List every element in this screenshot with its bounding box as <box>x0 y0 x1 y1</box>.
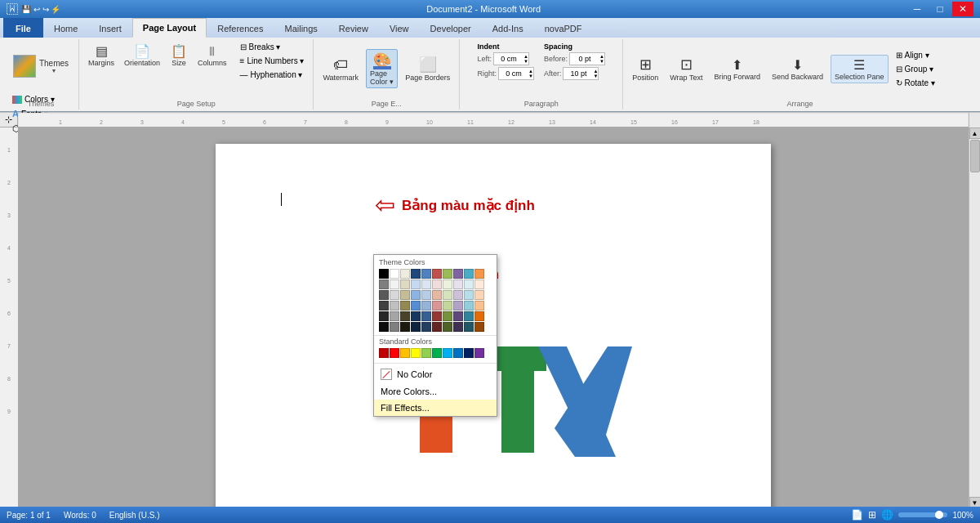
cs-r4-4[interactable] <box>411 301 421 311</box>
zoom-slider[interactable] <box>898 512 947 517</box>
cs-r5-4[interactable] <box>411 311 421 321</box>
cs-r5-7[interactable] <box>443 311 452 321</box>
watermark-button[interactable]: 🏷 Watermark <box>318 54 363 84</box>
cs-r2-8[interactable] <box>453 279 463 289</box>
cs-r3-5[interactable] <box>421 290 431 300</box>
selection-pane-button[interactable]: ☰ Selection Pane <box>831 55 889 83</box>
cs-r2-10[interactable] <box>474 279 484 289</box>
color-swatch-teal[interactable] <box>464 269 474 279</box>
cs-r5-6[interactable] <box>432 311 442 321</box>
cs-r6-8[interactable] <box>453 322 463 332</box>
std-cs-7[interactable] <box>443 348 452 358</box>
rotate-button[interactable]: ↻ Rotate ▾ <box>892 77 939 89</box>
send-backward-button[interactable]: ⬇ Send Backward <box>768 55 827 83</box>
cs-r2-1[interactable] <box>379 279 389 289</box>
color-swatch-green[interactable] <box>443 269 452 279</box>
cs-r5-10[interactable] <box>474 311 484 321</box>
spacing-before-down[interactable]: ▼ <box>599 59 604 64</box>
std-cs-3[interactable] <box>400 348 410 358</box>
fill-effects-menu-item[interactable]: Fill Effects... <box>374 400 497 416</box>
std-cs-4[interactable] <box>411 348 421 358</box>
position-button[interactable]: ⊞ Position <box>628 53 662 84</box>
color-swatch-blue[interactable] <box>421 269 431 279</box>
size-button[interactable]: 📋 Size <box>166 41 192 69</box>
tab-page-layout[interactable]: Page Layout <box>132 18 207 38</box>
indent-left-down[interactable]: ▼ <box>523 59 528 64</box>
color-swatch-black[interactable] <box>379 269 389 279</box>
hyphenation-button[interactable]: — Hyphenation ▾ <box>236 69 309 81</box>
cs-r6-6[interactable] <box>432 322 442 332</box>
cs-r3-10[interactable] <box>474 290 484 300</box>
cs-r4-7[interactable] <box>443 301 452 311</box>
std-cs-1[interactable] <box>379 348 389 358</box>
restore-button[interactable]: □ <box>929 2 951 16</box>
color-swatch-orange[interactable] <box>474 269 484 279</box>
cs-r2-2[interactable] <box>390 279 399 289</box>
tab-file[interactable]: File <box>3 18 43 38</box>
cs-r3-2[interactable] <box>390 290 399 300</box>
tab-references[interactable]: References <box>207 18 274 38</box>
cs-r4-8[interactable] <box>453 301 463 311</box>
margins-button[interactable]: ▤ Margins <box>84 41 118 69</box>
cs-r6-7[interactable] <box>443 322 452 332</box>
cs-r4-5[interactable] <box>421 301 431 311</box>
cs-r2-3[interactable] <box>400 279 410 289</box>
color-swatch-dark-blue[interactable] <box>411 269 421 279</box>
spacing-before-input[interactable] <box>570 53 599 65</box>
more-colors-menu-item[interactable]: More Colors... <box>374 383 497 400</box>
cs-r3-7[interactable] <box>443 290 452 300</box>
cs-r6-10[interactable] <box>474 322 484 332</box>
cs-r6-1[interactable] <box>379 322 389 332</box>
tab-review[interactable]: Review <box>328 18 379 38</box>
color-swatch-cream[interactable] <box>400 269 410 279</box>
cs-r5-8[interactable] <box>453 311 463 321</box>
scroll-thumb[interactable] <box>970 140 980 172</box>
view-print-icon[interactable]: 📄 <box>851 509 863 521</box>
spacing-after-input[interactable] <box>564 68 593 79</box>
cs-r4-9[interactable] <box>464 301 474 311</box>
columns-button[interactable]: ⫴ Columns <box>194 41 231 69</box>
tab-view[interactable]: View <box>379 18 420 38</box>
std-cs-2[interactable] <box>390 348 399 358</box>
std-cs-8[interactable] <box>453 348 463 358</box>
cs-r5-5[interactable] <box>421 311 431 321</box>
breaks-button[interactable]: ⊟ Breaks ▾ <box>236 41 309 53</box>
tab-insert[interactable]: Insert <box>88 18 132 38</box>
page-borders-button[interactable]: ⬜ Page Borders <box>401 53 454 84</box>
cs-r6-4[interactable] <box>411 322 421 332</box>
tab-mailings[interactable]: Mailings <box>274 18 327 38</box>
tab-developer[interactable]: Developer <box>420 18 482 38</box>
cs-r5-3[interactable] <box>400 311 410 321</box>
cs-r6-9[interactable] <box>464 322 474 332</box>
tab-addins[interactable]: Add-Ins <box>482 18 534 38</box>
view-full-icon[interactable]: ⊞ <box>868 509 876 521</box>
cs-r2-7[interactable] <box>443 279 452 289</box>
cs-r3-9[interactable] <box>464 290 474 300</box>
cs-r5-9[interactable] <box>464 311 474 321</box>
indent-left-spinner[interactable]: ▲ ▼ <box>523 54 528 64</box>
zoom-thumb[interactable] <box>935 511 943 519</box>
std-cs-9[interactable] <box>464 348 474 358</box>
group-button[interactable]: ⊟ Group ▾ <box>892 63 939 75</box>
cs-r2-4[interactable] <box>411 279 421 289</box>
cs-r4-10[interactable] <box>474 301 484 311</box>
cs-r4-1[interactable] <box>379 301 389 311</box>
cs-r5-2[interactable] <box>390 311 399 321</box>
tab-novapdf[interactable]: novaPDF <box>534 18 593 38</box>
align-button[interactable]: ⊞ Align ▾ <box>892 49 939 61</box>
indent-right-input[interactable] <box>499 68 528 79</box>
indent-left-input[interactable] <box>494 53 523 65</box>
std-cs-5[interactable] <box>421 348 431 358</box>
spacing-after-down[interactable]: ▼ <box>593 74 598 78</box>
cs-r2-6[interactable] <box>432 279 442 289</box>
indent-right-spinner[interactable]: ▲ ▼ <box>528 69 533 78</box>
indent-right-down[interactable]: ▼ <box>528 74 533 78</box>
cs-r4-3[interactable] <box>400 301 410 311</box>
cs-r3-3[interactable] <box>400 290 410 300</box>
cs-r6-2[interactable] <box>390 322 399 332</box>
no-color-menu-item[interactable]: No Color <box>374 365 497 383</box>
cs-r6-5[interactable] <box>421 322 431 332</box>
cs-r2-5[interactable] <box>421 279 431 289</box>
color-swatch-purple[interactable] <box>453 269 463 279</box>
tab-home[interactable]: Home <box>43 18 88 38</box>
